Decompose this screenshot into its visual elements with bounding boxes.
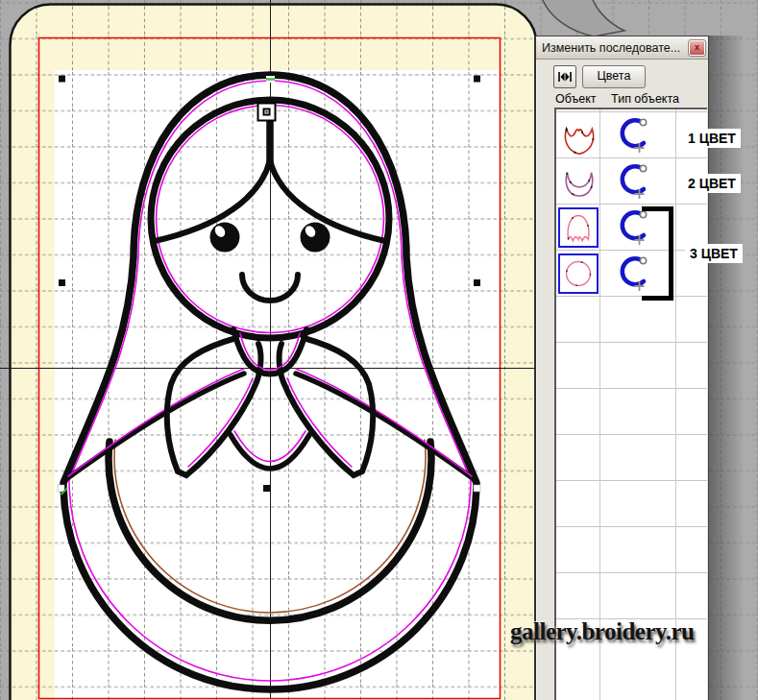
column-type: Тип объекта [611, 92, 679, 106]
selection-handle[interactable] [58, 485, 64, 492]
run-stitch-icon [616, 115, 656, 156]
hood-shape-icon [560, 114, 599, 157]
column-object: Объект [555, 92, 597, 106]
object-thumbnail-hood [559, 115, 599, 156]
object-thumbnail-circle-selected [558, 253, 599, 294]
selection-handle[interactable] [59, 76, 65, 83]
object-list[interactable] [554, 108, 707, 700]
close-button[interactable]: x [689, 40, 705, 56]
run-stitch-icon [616, 161, 656, 202]
eye-left [210, 223, 240, 253]
panel-titlebar[interactable]: Изменить последовате... x [536, 36, 708, 60]
panel-title: Изменить последовате... [542, 41, 687, 55]
annotation-color-2: 2 ЦВЕТ [683, 174, 741, 193]
collapse-button[interactable] [553, 65, 576, 88]
circle-shape-icon [561, 256, 596, 291]
selection-handle[interactable] [474, 279, 480, 286]
selection-handle[interactable] [263, 485, 270, 492]
selection-handle[interactable] [474, 485, 480, 492]
annotation-color-1: 1 ЦВЕТ [683, 129, 741, 148]
object-thumbnail-crescent [559, 161, 599, 202]
skip-arrows-icon [558, 71, 572, 83]
crescent-shape-icon [560, 160, 599, 203]
selection-anchor[interactable] [258, 104, 276, 121]
eye-right [301, 223, 330, 253]
colors-button[interactable]: Цвета [582, 65, 646, 88]
list-item-bell[interactable] [556, 205, 705, 251]
color3-group-bracket [642, 206, 673, 301]
annotation-color-3: 3 ЦВЕТ [685, 244, 743, 263]
selection-handle[interactable] [474, 76, 480, 83]
object-thumbnail-bell-selected [558, 207, 599, 248]
bell-shape-icon [561, 210, 596, 245]
selection-handle[interactable] [59, 279, 65, 286]
list-column-headers: Объект Тип объекта [555, 92, 679, 106]
watermark: gallery.broidery.ru [510, 618, 694, 645]
list-item-circle[interactable] [556, 251, 705, 297]
